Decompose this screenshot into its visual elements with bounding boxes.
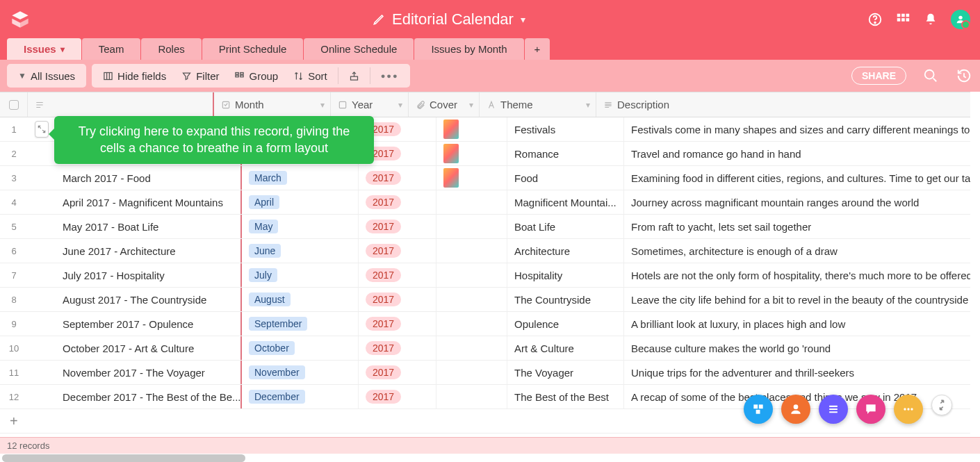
cell-theme[interactable]: Architecture [507, 239, 624, 263]
logo-icon[interactable] [10, 9, 31, 30]
share-view-icon[interactable] [342, 67, 366, 85]
cell-month[interactable]: May [242, 215, 359, 238]
cell-cover[interactable] [436, 190, 507, 214]
cell-name[interactable]: May 2017 - Boat Life [56, 215, 242, 238]
fab-user[interactable] [781, 395, 810, 424]
column-header-month[interactable]: Month ▾ [214, 92, 331, 117]
cell-name[interactable]: August 2017 - The Countryside [56, 288, 242, 311]
table-row[interactable]: 8August 2017 - The CountrysideAugust2017… [0, 288, 970, 312]
help-icon[interactable] [867, 12, 883, 27]
cell-month[interactable]: June [242, 239, 359, 263]
cell-cover[interactable] [436, 166, 507, 190]
row-expand[interactable] [28, 166, 56, 190]
tab-roles[interactable]: Roles [141, 38, 201, 60]
cell-theme[interactable]: Festivals [507, 117, 624, 141]
row-expand[interactable] [28, 263, 56, 287]
cell-cover[interactable] [436, 239, 507, 263]
search-icon[interactable] [922, 67, 940, 85]
fab-more[interactable] [894, 395, 923, 424]
row-expand[interactable] [28, 361, 56, 384]
table-row[interactable]: 3March 2017 - FoodMarch2017FoodExamining… [0, 166, 970, 190]
cell-year[interactable]: 2017 [359, 215, 436, 238]
cell-year[interactable]: 2017 [359, 336, 436, 360]
cell-cover[interactable] [436, 215, 507, 238]
cell-year[interactable]: 2017 [359, 263, 436, 287]
attachment-thumb[interactable] [443, 144, 459, 163]
history-icon[interactable] [955, 67, 973, 85]
cell-name[interactable]: April 2017 - Magnificent Mountains [56, 190, 242, 214]
cell-month[interactable]: July [242, 263, 359, 287]
cell-theme[interactable]: Boat Life [507, 215, 624, 238]
table-row[interactable]: 10October 2017 - Art & CultureOctober201… [0, 336, 970, 361]
share-button[interactable]: SHARE [851, 67, 906, 85]
cell-name[interactable]: September 2017 - Opulence [56, 312, 242, 336]
tab-issues[interactable]: Issues ▾ [7, 38, 81, 60]
cell-name[interactable]: December 2017 - The Best of the Be... [56, 385, 242, 409]
cell-description[interactable]: Journey across magnificant mountain rang… [624, 190, 970, 214]
cell-year[interactable]: 2017 [359, 288, 436, 311]
hide-fields-button[interactable]: Hide fields [96, 66, 173, 86]
table-row[interactable]: 11November 2017 - The VoyagerNovember201… [0, 361, 970, 385]
cell-theme[interactable]: Romance [507, 142, 624, 165]
cell-year[interactable]: 2017 [359, 166, 436, 190]
cell-description[interactable]: Hotels are not the only form of hospital… [624, 263, 970, 287]
table-row[interactable]: 6June 2017 - ArchitectureJune2017Archite… [0, 239, 970, 263]
bell-icon[interactable] [923, 12, 938, 27]
fab-collapse[interactable] [931, 395, 952, 415]
cell-name[interactable]: June 2017 - Architecture [56, 239, 242, 263]
cell-description[interactable]: From raft to yacht, lets set sail togeth… [624, 215, 970, 238]
cell-name[interactable]: March 2017 - Food [56, 166, 242, 190]
row-expand[interactable] [28, 190, 56, 214]
cell-theme[interactable]: Art & Culture [507, 336, 624, 360]
cell-cover[interactable] [436, 263, 507, 287]
cell-theme[interactable]: Food [507, 166, 624, 190]
row-expand[interactable] [28, 239, 56, 263]
table-row[interactable]: 7July 2017 - HospitalityJuly2017Hospital… [0, 263, 970, 288]
cell-name[interactable]: October 2017 - Art & Culture [56, 336, 242, 360]
cell-month[interactable]: September [242, 312, 359, 336]
cell-description[interactable]: Travel and romance go hand in hand [624, 142, 970, 165]
attachment-thumb[interactable] [443, 119, 459, 139]
column-header-description[interactable]: Description [596, 92, 970, 117]
view-switcher[interactable]: ▼ All Issues [11, 66, 82, 86]
cell-theme[interactable]: The Countryside [507, 288, 624, 311]
sort-button[interactable]: Sort [286, 66, 334, 86]
column-header-name[interactable]: Issue Name [28, 92, 214, 117]
row-expand[interactable] [28, 142, 56, 165]
row-expand[interactable] [28, 385, 56, 409]
cell-month[interactable]: April [242, 190, 359, 214]
cell-cover[interactable] [436, 117, 507, 141]
cell-description[interactable]: Festivals come in many shapes and sizes … [624, 117, 970, 141]
horizontal-scrollbar[interactable] [2, 454, 245, 462]
cell-month[interactable]: December [242, 385, 359, 409]
column-header-cover[interactable]: Cover ▾ [409, 92, 480, 117]
cell-theme[interactable]: Hospitality [507, 263, 624, 287]
cell-description[interactable]: Because culture makes the world go 'roun… [624, 336, 970, 360]
cell-year[interactable]: 2017 [359, 361, 436, 384]
cell-year[interactable]: 2017 [359, 385, 436, 409]
tab-team[interactable]: Team [82, 38, 141, 60]
fab-chat[interactable] [856, 395, 885, 424]
fab-list[interactable] [819, 395, 848, 424]
avatar[interactable] [951, 10, 970, 29]
cell-month[interactable]: August [242, 288, 359, 311]
cell-year[interactable]: 2017 [359, 239, 436, 263]
cell-description[interactable]: Sometimes, architecture is enough of a d… [624, 239, 970, 263]
add-tab-button[interactable]: + [525, 38, 550, 60]
cell-cover[interactable] [436, 312, 507, 336]
cell-cover[interactable] [436, 288, 507, 311]
filter-button[interactable]: Filter [174, 66, 226, 86]
cell-month[interactable]: October [242, 336, 359, 360]
cell-cover[interactable] [436, 142, 507, 165]
row-expand[interactable] [28, 215, 56, 238]
cell-cover[interactable] [436, 385, 507, 409]
base-title[interactable]: Editorial Calendar ▾ [31, 10, 867, 28]
cell-theme[interactable]: The Best of the Best [507, 385, 624, 409]
table-row[interactable]: 5May 2017 - Boat LifeMay2017Boat LifeFro… [0, 215, 970, 239]
cell-month[interactable]: March [242, 166, 359, 190]
select-all-checkbox[interactable] [0, 92, 28, 117]
table-row[interactable]: 4April 2017 - Magnificent MountainsApril… [0, 190, 970, 215]
cell-description[interactable]: Leave the city life behind for a bit to … [624, 288, 970, 311]
fab-blocks[interactable] [744, 395, 773, 424]
cell-month[interactable]: November [242, 361, 359, 384]
